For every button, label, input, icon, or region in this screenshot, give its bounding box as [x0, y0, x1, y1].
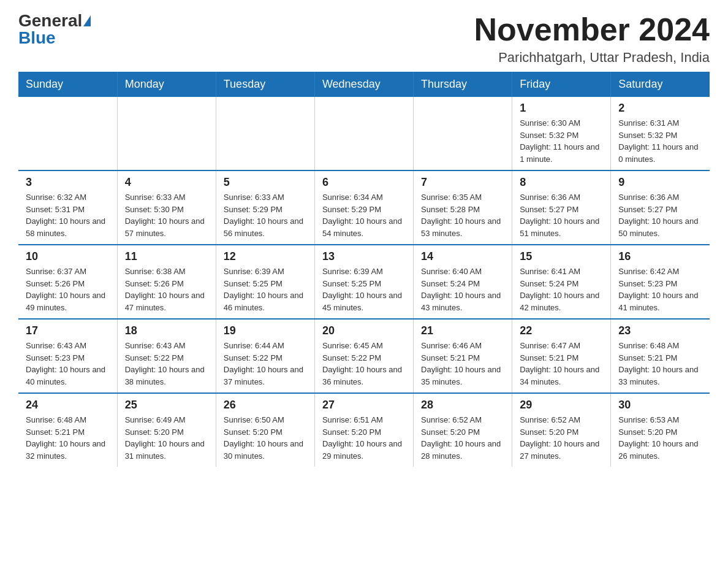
calendar-table: Sunday Monday Tuesday Wednesday Thursday…: [18, 72, 710, 467]
day-number: 29: [520, 399, 603, 412]
calendar-cell: 19Sunrise: 6:44 AM Sunset: 5:22 PM Dayli…: [216, 319, 314, 393]
day-number: 10: [26, 250, 110, 263]
day-number: 15: [520, 250, 603, 263]
calendar-cell: 22Sunrise: 6:47 AM Sunset: 5:21 PM Dayli…: [512, 319, 611, 393]
calendar-cell: 23Sunrise: 6:48 AM Sunset: 5:21 PM Dayli…: [611, 319, 710, 393]
header-saturday: Saturday: [611, 72, 710, 97]
day-info: Sunrise: 6:48 AM Sunset: 5:21 PM Dayligh…: [618, 340, 702, 388]
day-info: Sunrise: 6:52 AM Sunset: 5:20 PM Dayligh…: [520, 414, 603, 462]
calendar-cell: [117, 97, 216, 170]
day-info: Sunrise: 6:38 AM Sunset: 5:26 PM Dayligh…: [125, 266, 208, 313]
day-number: 20: [322, 324, 406, 337]
day-info: Sunrise: 6:48 AM Sunset: 5:21 PM Dayligh…: [26, 414, 110, 462]
calendar-week-row: 1Sunrise: 6:30 AM Sunset: 5:32 PM Daylig…: [18, 97, 710, 170]
day-number: 4: [125, 176, 208, 189]
day-number: 19: [224, 324, 307, 337]
calendar-cell: 10Sunrise: 6:37 AM Sunset: 5:26 PM Dayli…: [18, 245, 117, 319]
day-info: Sunrise: 6:37 AM Sunset: 5:26 PM Dayligh…: [26, 266, 110, 313]
calendar-cell: 9Sunrise: 6:36 AM Sunset: 5:27 PM Daylig…: [611, 170, 710, 245]
calendar-cell: 8Sunrise: 6:36 AM Sunset: 5:27 PM Daylig…: [512, 170, 611, 245]
day-number: 28: [421, 399, 504, 412]
calendar-cell: 28Sunrise: 6:52 AM Sunset: 5:20 PM Dayli…: [414, 393, 512, 467]
calendar-cell: 29Sunrise: 6:52 AM Sunset: 5:20 PM Dayli…: [512, 393, 611, 467]
logo-blue: Blue: [18, 29, 56, 47]
header-monday: Monday: [117, 72, 216, 97]
day-info: Sunrise: 6:33 AM Sunset: 5:29 PM Dayligh…: [224, 191, 307, 239]
day-info: Sunrise: 6:31 AM Sunset: 5:32 PM Dayligh…: [618, 117, 702, 165]
calendar-cell: 14Sunrise: 6:40 AM Sunset: 5:24 PM Dayli…: [414, 245, 512, 319]
day-number: 6: [322, 176, 406, 189]
logo: General Blue: [18, 12, 91, 47]
day-number: 30: [618, 399, 702, 412]
day-info: Sunrise: 6:36 AM Sunset: 5:27 PM Dayligh…: [520, 191, 603, 239]
logo-triangle-icon: [83, 15, 91, 26]
day-number: 23: [618, 324, 702, 337]
calendar-cell: 1Sunrise: 6:30 AM Sunset: 5:32 PM Daylig…: [512, 97, 611, 170]
calendar-week-row: 3Sunrise: 6:32 AM Sunset: 5:31 PM Daylig…: [18, 170, 710, 245]
day-number: 11: [125, 250, 208, 263]
day-info: Sunrise: 6:51 AM Sunset: 5:20 PM Dayligh…: [322, 414, 406, 462]
day-info: Sunrise: 6:39 AM Sunset: 5:25 PM Dayligh…: [322, 266, 406, 313]
calendar-cell: [314, 97, 413, 170]
day-number: 8: [520, 176, 603, 189]
header-friday: Friday: [512, 72, 611, 97]
day-info: Sunrise: 6:34 AM Sunset: 5:29 PM Dayligh…: [322, 191, 406, 239]
calendar-cell: 13Sunrise: 6:39 AM Sunset: 5:25 PM Dayli…: [314, 245, 413, 319]
day-number: 14: [421, 250, 504, 263]
day-info: Sunrise: 6:33 AM Sunset: 5:30 PM Dayligh…: [125, 191, 208, 239]
day-number: 2: [618, 102, 702, 115]
calendar-week-row: 10Sunrise: 6:37 AM Sunset: 5:26 PM Dayli…: [18, 245, 710, 319]
calendar-cell: 25Sunrise: 6:49 AM Sunset: 5:20 PM Dayli…: [117, 393, 216, 467]
day-info: Sunrise: 6:35 AM Sunset: 5:28 PM Dayligh…: [421, 191, 504, 239]
calendar-cell: 17Sunrise: 6:43 AM Sunset: 5:23 PM Dayli…: [18, 319, 117, 393]
calendar-cell: 26Sunrise: 6:50 AM Sunset: 5:20 PM Dayli…: [216, 393, 314, 467]
header-sunday: Sunday: [18, 72, 117, 97]
day-info: Sunrise: 6:43 AM Sunset: 5:23 PM Dayligh…: [26, 340, 110, 388]
page-header: General Blue November 2024 Parichhatgarh…: [18, 12, 710, 66]
calendar-cell: [18, 97, 117, 170]
calendar-cell: 7Sunrise: 6:35 AM Sunset: 5:28 PM Daylig…: [414, 170, 512, 245]
calendar-cell: 5Sunrise: 6:33 AM Sunset: 5:29 PM Daylig…: [216, 170, 314, 245]
day-number: 21: [421, 324, 504, 337]
day-info: Sunrise: 6:41 AM Sunset: 5:24 PM Dayligh…: [520, 266, 603, 313]
calendar-week-row: 24Sunrise: 6:48 AM Sunset: 5:21 PM Dayli…: [18, 393, 710, 467]
day-number: 7: [421, 176, 504, 189]
calendar-cell: 30Sunrise: 6:53 AM Sunset: 5:20 PM Dayli…: [611, 393, 710, 467]
title-block: November 2024 Parichhatgarh, Uttar Prade…: [474, 12, 710, 66]
calendar-cell: 6Sunrise: 6:34 AM Sunset: 5:29 PM Daylig…: [314, 170, 413, 245]
day-number: 1: [520, 102, 603, 115]
calendar-cell: 21Sunrise: 6:46 AM Sunset: 5:21 PM Dayli…: [414, 319, 512, 393]
calendar-cell: 4Sunrise: 6:33 AM Sunset: 5:30 PM Daylig…: [117, 170, 216, 245]
day-number: 16: [618, 250, 702, 263]
day-info: Sunrise: 6:43 AM Sunset: 5:22 PM Dayligh…: [125, 340, 208, 388]
calendar-cell: 3Sunrise: 6:32 AM Sunset: 5:31 PM Daylig…: [18, 170, 117, 245]
calendar-cell: 11Sunrise: 6:38 AM Sunset: 5:26 PM Dayli…: [117, 245, 216, 319]
day-info: Sunrise: 6:42 AM Sunset: 5:23 PM Dayligh…: [618, 266, 702, 313]
logo-general: General: [18, 12, 82, 29]
day-info: Sunrise: 6:49 AM Sunset: 5:20 PM Dayligh…: [125, 414, 208, 462]
calendar-subtitle: Parichhatgarh, Uttar Pradesh, India: [474, 50, 710, 66]
day-info: Sunrise: 6:50 AM Sunset: 5:20 PM Dayligh…: [224, 414, 307, 462]
calendar-cell: 24Sunrise: 6:48 AM Sunset: 5:21 PM Dayli…: [18, 393, 117, 467]
calendar-body: 1Sunrise: 6:30 AM Sunset: 5:32 PM Daylig…: [18, 97, 710, 467]
calendar-cell: 15Sunrise: 6:41 AM Sunset: 5:24 PM Dayli…: [512, 245, 611, 319]
header-tuesday: Tuesday: [216, 72, 314, 97]
day-number: 3: [26, 176, 110, 189]
day-info: Sunrise: 6:36 AM Sunset: 5:27 PM Dayligh…: [618, 191, 702, 239]
day-number: 18: [125, 324, 208, 337]
day-info: Sunrise: 6:30 AM Sunset: 5:32 PM Dayligh…: [520, 117, 603, 165]
calendar-title: November 2024: [474, 12, 710, 47]
calendar-cell: [414, 97, 512, 170]
day-info: Sunrise: 6:52 AM Sunset: 5:20 PM Dayligh…: [421, 414, 504, 462]
day-info: Sunrise: 6:46 AM Sunset: 5:21 PM Dayligh…: [421, 340, 504, 388]
header-thursday: Thursday: [414, 72, 512, 97]
day-number: 13: [322, 250, 406, 263]
calendar-header: Sunday Monday Tuesday Wednesday Thursday…: [18, 72, 710, 97]
day-number: 25: [125, 399, 208, 412]
calendar-cell: 27Sunrise: 6:51 AM Sunset: 5:20 PM Dayli…: [314, 393, 413, 467]
calendar-cell: [216, 97, 314, 170]
calendar-cell: 20Sunrise: 6:45 AM Sunset: 5:22 PM Dayli…: [314, 319, 413, 393]
calendar-cell: 16Sunrise: 6:42 AM Sunset: 5:23 PM Dayli…: [611, 245, 710, 319]
day-number: 27: [322, 399, 406, 412]
calendar-cell: 12Sunrise: 6:39 AM Sunset: 5:25 PM Dayli…: [216, 245, 314, 319]
